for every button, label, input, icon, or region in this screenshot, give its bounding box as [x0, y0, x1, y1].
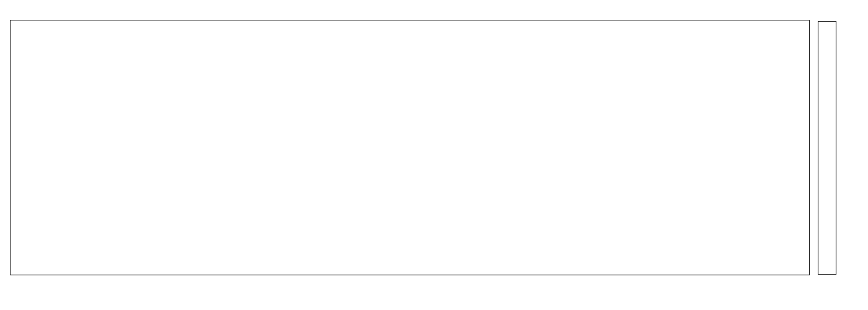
colorbar-canvas — [818, 22, 836, 274]
spectrogram-figure — [0, 0, 868, 310]
spectrogram-plot-area — [11, 20, 809, 275]
spectrogram-canvas — [11, 20, 809, 275]
colorbar — [818, 22, 836, 274]
